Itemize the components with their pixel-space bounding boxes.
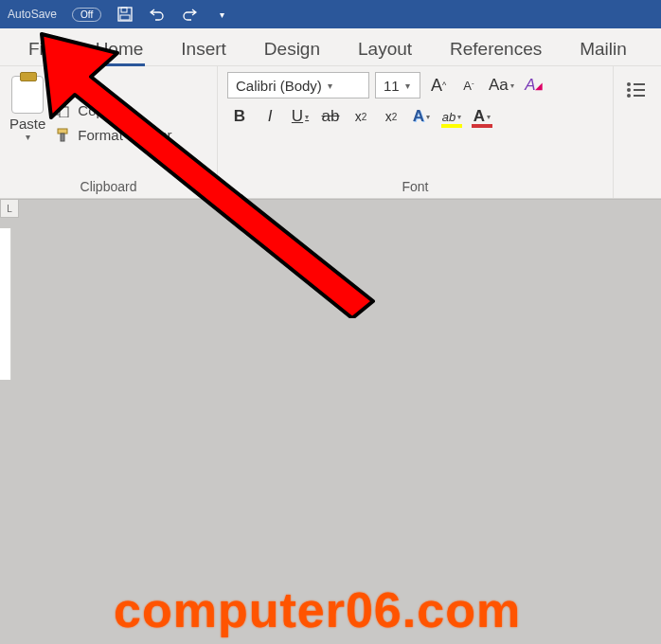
paste-dropdown-icon[interactable]: ▾	[26, 132, 30, 142]
paste-label: Paste	[9, 116, 45, 132]
group-clipboard: Paste ▾ Cut Copy	[0, 66, 218, 198]
tab-insert[interactable]: Insert	[162, 31, 245, 65]
highlight-button[interactable]: ab ▾	[439, 104, 464, 129]
superscript-button[interactable]: x2	[379, 104, 403, 129]
shrink-font-button[interactable]: Aˇ	[456, 73, 481, 98]
group-paragraph	[614, 66, 661, 198]
save-icon[interactable]	[116, 6, 134, 23]
qat-customize-icon[interactable]: ▾	[213, 6, 230, 23]
cut-button[interactable]: Cut	[53, 76, 171, 95]
font-size-value: 11	[384, 78, 400, 94]
svg-rect-2	[120, 15, 130, 20]
tab-layout[interactable]: Layout	[339, 31, 431, 65]
tab-mailings[interactable]: Mailin	[561, 31, 646, 65]
font-color-button[interactable]: A ▾	[470, 104, 494, 129]
font-color-swatch	[472, 124, 492, 128]
svg-rect-6	[60, 107, 68, 117]
page-edge	[0, 228, 11, 380]
redo-icon[interactable]	[181, 6, 198, 23]
font-name-combo[interactable]: Calibri (Body) ▾	[227, 72, 369, 98]
svg-point-4	[64, 87, 68, 91]
clipboard-icon	[11, 76, 44, 114]
copy-label: Copy	[78, 102, 111, 118]
copy-button[interactable]: Copy	[53, 100, 171, 119]
svg-rect-8	[61, 134, 64, 141]
font-group-label: Font	[227, 179, 603, 196]
watermark: computer06.com	[114, 581, 521, 638]
paintbrush-icon	[53, 125, 72, 144]
chevron-down-icon: ▾	[328, 80, 332, 91]
document-area[interactable]: L	[0, 199, 661, 644]
bullets-button[interactable]	[623, 78, 648, 102]
ruler-corner[interactable]: L	[0, 199, 19, 218]
eraser-icon: ◢	[535, 80, 543, 91]
paste-button[interactable]: Paste ▾	[9, 72, 45, 142]
font-name-value: Calibri (Body)	[236, 78, 322, 94]
group-font: Calibri (Body) ▾ 11 ▾ A^ Aˇ Aa▾ A	[218, 66, 614, 198]
clear-formatting-button[interactable]: A ◢	[522, 73, 546, 98]
tab-design[interactable]: Design	[245, 31, 339, 65]
chevron-down-icon: ▾	[405, 80, 410, 91]
autosave-toggle[interactable]: Off	[72, 8, 101, 22]
tab-file[interactable]: File	[9, 31, 77, 65]
tab-home[interactable]: Home	[77, 31, 163, 65]
bold-button[interactable]: B	[227, 104, 252, 129]
quick-access-toolbar: AutoSave Off ▾	[8, 6, 230, 23]
undo-icon[interactable]	[149, 6, 166, 23]
ribbon: Paste ▾ Cut Copy	[0, 66, 661, 199]
format-painter-label: Format Painter	[78, 127, 171, 143]
subscript-button[interactable]: x2	[348, 104, 373, 129]
format-painter-button[interactable]: Format Painter	[53, 125, 171, 144]
highlight-color-swatch	[441, 124, 462, 128]
grow-font-button[interactable]: A^	[426, 73, 451, 98]
scissors-icon	[53, 76, 72, 95]
copy-icon	[53, 100, 72, 119]
italic-button[interactable]: I	[258, 104, 282, 129]
font-size-combo[interactable]: 11 ▾	[375, 72, 420, 98]
tab-references[interactable]: References	[431, 31, 561, 65]
change-case-button[interactable]: Aa▾	[487, 73, 516, 98]
text-effects-button[interactable]: A▾	[409, 104, 434, 129]
bullets-icon	[627, 82, 645, 98]
svg-rect-1	[121, 8, 127, 12]
ribbon-tabstrip: File Home Insert Design Layout Reference…	[0, 28, 661, 66]
clipboard-group-label: Clipboard	[9, 179, 207, 196]
svg-rect-7	[58, 129, 67, 134]
strikethrough-button[interactable]: ab	[318, 104, 343, 129]
svg-point-3	[57, 87, 61, 91]
underline-button[interactable]: U▾	[288, 104, 313, 129]
autosave-label: AutoSave	[8, 8, 57, 21]
cut-label: Cut	[78, 78, 99, 94]
title-bar: AutoSave Off ▾	[0, 0, 661, 28]
